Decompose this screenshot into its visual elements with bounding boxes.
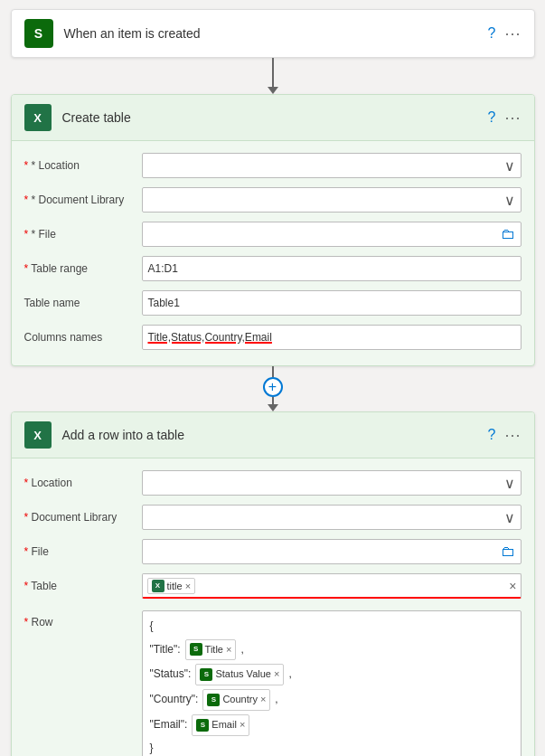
- create-table-range-label: * Table range: [24, 262, 142, 275]
- email-chip: S Email ×: [192, 714, 249, 736]
- status-chip-label: Status Value: [215, 666, 271, 684]
- row-title-line: "Title": S Title × ,: [150, 638, 513, 662]
- create-table-header: X Create table ? ···: [12, 95, 534, 141]
- country-chip-close[interactable]: ×: [260, 691, 266, 709]
- trigger-actions: ? ···: [488, 24, 522, 43]
- table-chip-label: title: [167, 581, 183, 591]
- create-table-columns-input[interactable]: Title,Status,Country,Email: [142, 325, 522, 350]
- create-table-help-button[interactable]: ?: [488, 109, 496, 126]
- create-table-location-row: * * Location ∨: [24, 148, 522, 183]
- trigger-more-button[interactable]: ···: [504, 24, 521, 43]
- plus-line-top: [272, 366, 274, 377]
- trigger-icon: S: [24, 19, 53, 48]
- add-row-doclib-row: * Document Library ∨: [24, 500, 522, 534]
- connector-line: [272, 58, 274, 87]
- create-table-file-label: * * File: [24, 228, 142, 241]
- doclib-dropdown-arrow[interactable]: ∨: [504, 192, 515, 209]
- table-chip-close[interactable]: ×: [185, 581, 191, 591]
- create-table-columns-row: Columns names Title,Status,Country,Email: [24, 320, 522, 354]
- create-table-actions: ? ···: [488, 109, 522, 128]
- file-picker-icon[interactable]: 🗀: [501, 226, 515, 242]
- add-row-file-picker-icon[interactable]: 🗀: [501, 543, 515, 560]
- title-chip-close[interactable]: ×: [226, 641, 231, 659]
- add-row-card: X Add a row into a table ? ··· * Locatio…: [11, 411, 535, 756]
- add-step-button[interactable]: +: [263, 377, 283, 397]
- create-table-doclib-row: * * Document Library ∨: [24, 183, 522, 217]
- table-chip: X title ×: [147, 578, 196, 594]
- add-row-form: * Location ∨ * Document Library ∨ * File: [12, 458, 534, 756]
- add-row-actions: ? ···: [488, 426, 522, 445]
- row-close-line: }: [150, 739, 513, 756]
- add-row-row-label: * Row: [24, 610, 142, 628]
- arrow-connector-1: [268, 58, 278, 94]
- row-email-line: "Email": S Email ×: [150, 713, 513, 737]
- add-row-location-arrow[interactable]: ∨: [504, 475, 515, 492]
- add-row-doclib-input[interactable]: ∨: [142, 505, 522, 530]
- excel-icon-addrow: X: [24, 421, 52, 449]
- add-row-location-row: * Location ∨: [24, 466, 522, 500]
- add-row-table-input[interactable]: X title × ×: [142, 573, 522, 599]
- create-table-doclib-input[interactable]: ∨: [142, 187, 522, 213]
- create-table-range-row: * Table range A1:D1: [24, 251, 522, 286]
- create-table-form: * * Location ∨ * * Document Library ∨: [12, 141, 534, 365]
- create-table-range-input[interactable]: A1:D1: [142, 256, 522, 281]
- country-chip-label: Country: [222, 691, 258, 709]
- create-table-card: X Create table ? ··· * * Location ∨: [11, 94, 535, 366]
- add-row-row-input[interactable]: { "Title": S Title × , "Status: [142, 610, 522, 756]
- row-open-line: {: [150, 617, 513, 637]
- create-table-doclib-label: * * Document Library: [24, 194, 142, 206]
- add-row-location-input[interactable]: ∨: [142, 470, 522, 496]
- create-table-columns-label: Columns names: [24, 331, 142, 344]
- add-row-file-input[interactable]: 🗀: [142, 539, 522, 564]
- trigger-card: S When an item is created ? ···: [11, 9, 535, 58]
- status-chip: S Status Value ×: [195, 664, 284, 685]
- create-table-file-row: * * File 🗀: [24, 217, 522, 251]
- create-table-more-button[interactable]: ···: [504, 109, 521, 128]
- create-table-location-input[interactable]: ∨: [142, 153, 522, 178]
- email-chip-close[interactable]: ×: [240, 716, 245, 734]
- email-chip-icon: S: [196, 719, 209, 732]
- create-table-name-input[interactable]: Table1: [142, 290, 522, 316]
- trigger-title: When an item is created: [64, 26, 477, 41]
- title-chip: S Title ×: [185, 639, 237, 661]
- plus-arrow: [268, 404, 278, 411]
- add-row-header: X Add a row into a table ? ···: [12, 412, 534, 458]
- create-table-name-label: Table name: [24, 297, 142, 309]
- plus-line-bottom: [272, 397, 274, 404]
- add-row-more-button[interactable]: ···: [504, 426, 521, 445]
- status-chip-icon: S: [200, 668, 212, 681]
- trigger-help-button[interactable]: ?: [488, 25, 496, 42]
- add-row-help-button[interactable]: ?: [488, 427, 496, 443]
- excel-icon-create: X: [24, 104, 52, 131]
- country-chip-icon: S: [207, 694, 220, 706]
- add-row-table-row: * Table X title × ×: [24, 569, 522, 603]
- create-table-title: Create table: [62, 110, 477, 125]
- add-row-doclib-arrow[interactable]: ∨: [504, 509, 515, 526]
- add-row-row-row: * Row { "Title": S Title × ,: [24, 603, 522, 756]
- email-chip-label: Email: [211, 716, 237, 734]
- row-country-line: "Country": S Country × ,: [150, 688, 513, 712]
- connector-arrow: [268, 87, 278, 94]
- location-dropdown-arrow[interactable]: ∨: [504, 157, 515, 175]
- add-row-table-label: * Table: [24, 580, 142, 592]
- add-row-location-label: * Location: [24, 477, 142, 489]
- title-chip-icon: S: [190, 643, 202, 656]
- status-chip-close[interactable]: ×: [274, 666, 279, 684]
- create-table-file-input[interactable]: 🗀: [142, 222, 522, 247]
- add-row-title: Add a row into a table: [62, 428, 477, 442]
- country-chip: S Country ×: [202, 689, 270, 711]
- add-row-doclib-label: * Document Library: [24, 511, 142, 524]
- row-status-line: "Status": S Status Value × ,: [150, 663, 513, 686]
- add-row-file-row: * File 🗀: [24, 534, 522, 569]
- create-table-name-row: Table name Table1: [24, 286, 522, 320]
- title-chip-label: Title: [205, 641, 223, 659]
- plus-connector: +: [263, 366, 283, 411]
- add-row-file-label: * File: [24, 545, 142, 558]
- table-chip-icon: X: [152, 580, 164, 592]
- create-table-location-label: * * Location: [24, 159, 142, 172]
- table-clear-button[interactable]: ×: [509, 579, 516, 593]
